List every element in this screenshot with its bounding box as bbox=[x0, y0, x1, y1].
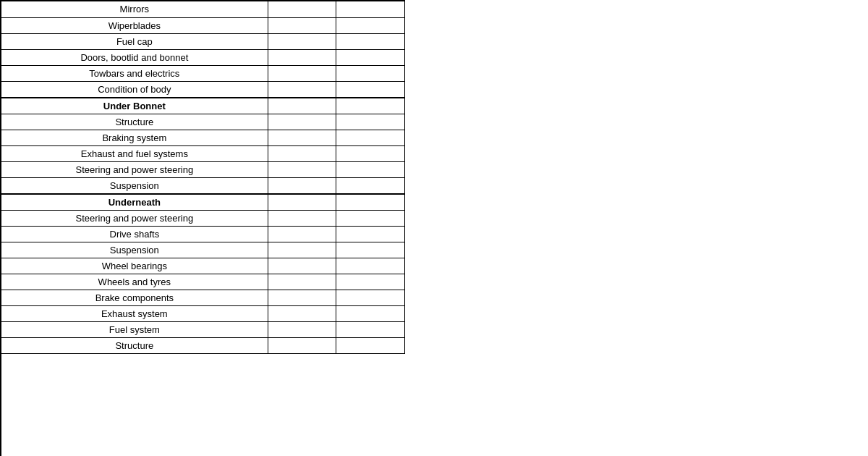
row-label: Doors, bootlid and bonnet bbox=[1, 49, 268, 65]
checkbox-cell-2 bbox=[336, 274, 405, 290]
checkbox-cell-2 bbox=[336, 81, 405, 98]
checkbox-cell-2 bbox=[336, 49, 405, 65]
table-row: Under Bonnet bbox=[1, 98, 405, 114]
checkbox-cell-2 bbox=[336, 258, 405, 274]
table-row: Steering and power steering bbox=[1, 161, 405, 177]
row-label: Underneath bbox=[1, 194, 268, 211]
checkbox-cell-2 bbox=[336, 290, 405, 305]
inspection-table-container: MirrorsWiperbladesFuel capDoors, bootlid… bbox=[0, 0, 405, 456]
row-label: Steering and power steering bbox=[1, 210, 268, 226]
table-row: Brake components bbox=[1, 290, 405, 305]
row-label: Suspension bbox=[1, 242, 268, 258]
table-row: Exhaust system bbox=[1, 305, 405, 321]
row-label: Wiperblades bbox=[1, 17, 268, 33]
checkbox-cell-2 bbox=[336, 226, 405, 242]
table-row: Braking system bbox=[1, 130, 405, 145]
row-label: Structure bbox=[1, 337, 268, 353]
row-label: Wheel bearings bbox=[1, 258, 268, 274]
checkbox-cell-2 bbox=[336, 305, 405, 321]
checkbox-cell-1 bbox=[268, 337, 336, 353]
checkbox-cell-2 bbox=[336, 65, 405, 81]
table-row: Mirrors bbox=[1, 1, 405, 17]
table-row: Underneath bbox=[1, 194, 405, 211]
checkbox-cell-1 bbox=[268, 290, 336, 305]
right-panel bbox=[405, 0, 868, 456]
row-label: Mirrors bbox=[1, 1, 268, 17]
row-label: Structure bbox=[1, 114, 268, 130]
table-row: Suspension bbox=[1, 177, 405, 194]
checkbox-cell-2 bbox=[336, 194, 405, 211]
checkbox-cell-1 bbox=[268, 130, 336, 145]
page: MirrorsWiperbladesFuel capDoors, bootlid… bbox=[0, 0, 868, 456]
checkbox-cell-2 bbox=[336, 337, 405, 353]
table-row: Steering and power steering bbox=[1, 210, 405, 226]
table-row: Condition of body bbox=[1, 81, 405, 98]
table-row: Fuel cap bbox=[1, 33, 405, 49]
row-label: Fuel system bbox=[1, 321, 268, 337]
row-label: Condition of body bbox=[1, 81, 268, 98]
checkbox-cell-1 bbox=[268, 305, 336, 321]
table-row: Structure bbox=[1, 337, 405, 353]
row-label: Brake components bbox=[1, 290, 268, 305]
checkbox-cell-2 bbox=[336, 161, 405, 177]
checkbox-cell-2 bbox=[336, 145, 405, 161]
row-label: Steering and power steering bbox=[1, 161, 268, 177]
checkbox-cell-2 bbox=[336, 242, 405, 258]
checkbox-cell-1 bbox=[268, 194, 336, 211]
inspection-table: MirrorsWiperbladesFuel capDoors, bootlid… bbox=[1, 1, 405, 354]
row-label: Braking system bbox=[1, 130, 268, 145]
table-row: Fuel system bbox=[1, 321, 405, 337]
checkbox-cell-1 bbox=[268, 49, 336, 65]
checkbox-cell-1 bbox=[268, 1, 336, 17]
table-row: Towbars and electrics bbox=[1, 65, 405, 81]
checkbox-cell-1 bbox=[268, 274, 336, 290]
checkbox-cell-1 bbox=[268, 161, 336, 177]
checkbox-cell-2 bbox=[336, 177, 405, 194]
table-row: Wheels and tyres bbox=[1, 274, 405, 290]
table-row: Exhaust and fuel systems bbox=[1, 145, 405, 161]
row-label: Fuel cap bbox=[1, 33, 268, 49]
checkbox-cell-2 bbox=[336, 210, 405, 226]
checkbox-cell-2 bbox=[336, 33, 405, 49]
checkbox-cell-1 bbox=[268, 65, 336, 81]
table-row: Drive shafts bbox=[1, 226, 405, 242]
table-row: Suspension bbox=[1, 242, 405, 258]
checkbox-cell-1 bbox=[268, 145, 336, 161]
checkbox-cell-2 bbox=[336, 17, 405, 33]
checkbox-cell-1 bbox=[268, 114, 336, 130]
row-label: Under Bonnet bbox=[1, 98, 268, 114]
checkbox-cell-1 bbox=[268, 81, 336, 98]
row-label: Drive shafts bbox=[1, 226, 268, 242]
checkbox-cell-2 bbox=[336, 114, 405, 130]
row-label: Towbars and electrics bbox=[1, 65, 268, 81]
checkbox-cell-2 bbox=[336, 98, 405, 114]
checkbox-cell-2 bbox=[336, 1, 405, 17]
checkbox-cell-1 bbox=[268, 242, 336, 258]
table-row: Wheel bearings bbox=[1, 258, 405, 274]
table-row: Wiperblades bbox=[1, 17, 405, 33]
checkbox-cell-1 bbox=[268, 226, 336, 242]
checkbox-cell-2 bbox=[336, 321, 405, 337]
checkbox-cell-2 bbox=[336, 130, 405, 145]
checkbox-cell-1 bbox=[268, 321, 336, 337]
row-label: Exhaust and fuel systems bbox=[1, 145, 268, 161]
checkbox-cell-1 bbox=[268, 33, 336, 49]
checkbox-cell-1 bbox=[268, 98, 336, 114]
row-label: Exhaust system bbox=[1, 305, 268, 321]
table-row: Structure bbox=[1, 114, 405, 130]
checkbox-cell-1 bbox=[268, 17, 336, 33]
checkbox-cell-1 bbox=[268, 177, 336, 194]
row-label: Wheels and tyres bbox=[1, 274, 268, 290]
row-label: Suspension bbox=[1, 177, 268, 194]
checkbox-cell-1 bbox=[268, 210, 336, 226]
table-row: Doors, bootlid and bonnet bbox=[1, 49, 405, 65]
checkbox-cell-1 bbox=[268, 258, 336, 274]
